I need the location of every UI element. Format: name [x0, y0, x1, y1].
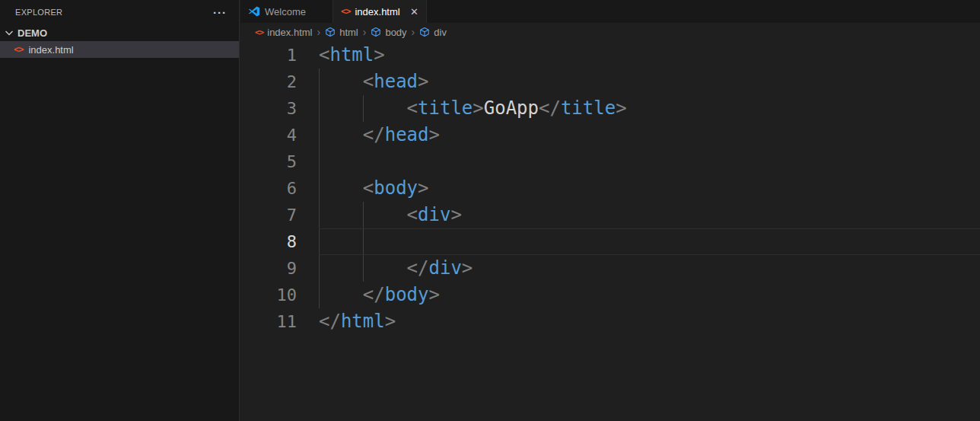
symbol-cube-icon [325, 27, 336, 37]
folder-name: DEMO [18, 27, 47, 39]
breadcrumb-item-body[interactable]: body [371, 27, 406, 38]
line-number: 9 [240, 255, 297, 282]
line-number: 7 [240, 202, 297, 228]
tab-label: index.html [355, 6, 399, 18]
line-number: 1 [240, 42, 297, 69]
file-name: index.html [28, 44, 73, 56]
code-line-5[interactable]: 5 [240, 148, 980, 175]
code-line-4[interactable]: 4 </head> [240, 122, 980, 148]
line-content [297, 228, 319, 255]
breadcrumb-label: body [385, 27, 406, 38]
sidebar-folder-demo[interactable]: DEMO [0, 24, 239, 41]
chevron-down-icon [3, 27, 15, 39]
line-content: </html> [297, 308, 396, 335]
tab-bar: Welcome <> index.html ✕ [240, 0, 980, 23]
symbol-cube-icon [371, 27, 381, 37]
vscode-logo-icon [248, 5, 260, 18]
current-line-highlight [319, 228, 980, 255]
html-file-icon: <> [14, 45, 23, 54]
line-number: 4 [240, 122, 297, 148]
breadcrumb-item-div[interactable]: div [419, 27, 447, 38]
breadcrumb-label: index.html [267, 27, 312, 38]
indent-guide [319, 69, 320, 308]
code-line-2[interactable]: 2 <head> [240, 69, 980, 95]
symbol-cube-icon [419, 27, 430, 37]
breadcrumb-separator: › [412, 26, 415, 38]
line-number: 5 [240, 148, 297, 175]
breadcrumb-separator: › [317, 26, 321, 38]
line-number: 10 [240, 282, 297, 308]
line-number: 8 [240, 228, 297, 255]
line-content: </div> [297, 255, 473, 282]
line-content: <title>GoApp</title> [297, 95, 627, 122]
tab-welcome[interactable]: Welcome [240, 0, 333, 23]
indent-guide [363, 95, 364, 122]
close-tab-icon[interactable]: ✕ [410, 7, 418, 17]
more-actions-icon[interactable]: ··· [213, 7, 227, 18]
breadcrumb: <> index.html › html › body › [240, 23, 980, 41]
line-content [297, 148, 319, 175]
breadcrumb-label: html [339, 27, 358, 38]
code-line-1[interactable]: 1<html> [240, 42, 980, 69]
line-content: <body> [297, 175, 429, 202]
line-number: 3 [240, 95, 297, 122]
line-number: 2 [240, 69, 297, 95]
line-number: 11 [240, 308, 297, 335]
code-line-10[interactable]: 10 </body> [240, 282, 980, 308]
html-file-icon: <> [255, 28, 263, 37]
code-line-11[interactable]: 11</html> [240, 308, 980, 335]
editor-group: Welcome <> index.html ✕ <> index.html › … [240, 0, 980, 421]
code-line-7[interactable]: 7 <div> [240, 202, 980, 228]
code-lines: 1<html>2 <head>3 <title>GoApp</title>4 <… [240, 42, 980, 335]
breadcrumb-item-file[interactable]: <> index.html [255, 27, 313, 38]
html-file-icon: <> [341, 7, 350, 16]
tab-index-html[interactable]: <> index.html ✕ [333, 0, 427, 23]
tab-label: Welcome [265, 6, 306, 18]
sidebar-file-index-html[interactable]: <> index.html [0, 41, 239, 58]
line-content: <head> [297, 69, 429, 95]
explorer-header: EXPLORER ··· [0, 0, 239, 24]
code-line-9[interactable]: 9 </div> [240, 255, 980, 282]
explorer-title: EXPLORER [15, 8, 62, 17]
line-number: 6 [240, 175, 297, 202]
explorer-sidebar: EXPLORER ··· DEMO <> index.html [0, 0, 240, 421]
breadcrumb-label: div [434, 27, 447, 38]
breadcrumb-item-html[interactable]: html [325, 27, 358, 38]
line-content: <html> [297, 42, 385, 69]
code-line-6[interactable]: 6 <body> [240, 175, 980, 202]
code-line-3[interactable]: 3 <title>GoApp</title> [240, 95, 980, 122]
code-editor[interactable]: 1<html>2 <head>3 <title>GoApp</title>4 <… [240, 41, 980, 421]
line-content: <div> [297, 202, 462, 228]
breadcrumb-separator: › [363, 26, 367, 38]
